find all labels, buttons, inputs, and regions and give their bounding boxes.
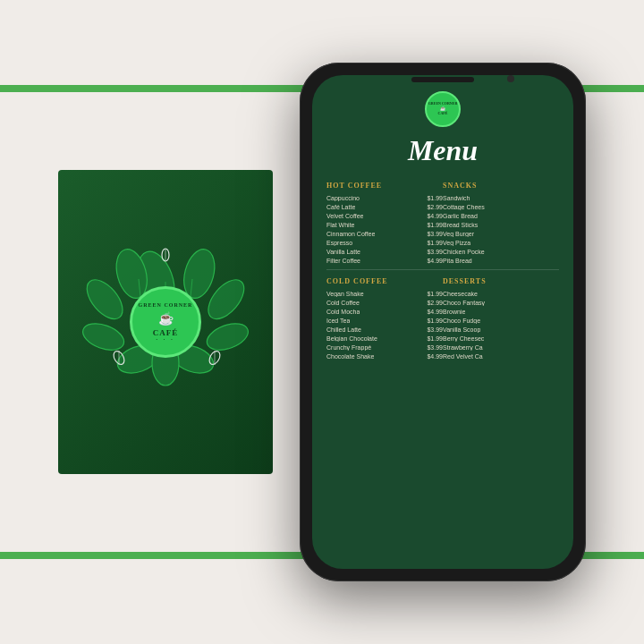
item-name: Choco Fudge (443, 318, 480, 324)
phone-wrapper: GREEN CORNER ☕ CAFÉ Menu HOT COFFEE Capp… (300, 63, 586, 581)
phone-frame: GREEN CORNER ☕ CAFÉ Menu HOT COFFEE Capp… (300, 63, 586, 581)
list-item: Sandwich (443, 195, 559, 201)
item-price: $3.99 (427, 249, 443, 255)
item-price: $1.99 (427, 222, 443, 228)
list-item: Pita Bread (443, 258, 559, 264)
item-name: Cottage Chees (443, 204, 485, 210)
list-item: Red Velvet Ca (443, 353, 559, 360)
list-item: Cold Mocha $4.99 (326, 309, 443, 315)
item-name: Cold Mocha (326, 309, 360, 315)
item-name: Cold Coffee (326, 300, 360, 306)
phone-screen: GREEN CORNER ☕ CAFÉ Menu HOT COFFEE Capp… (312, 75, 573, 569)
list-item: Cold Coffee $2.99 (326, 300, 443, 306)
list-item: Filter Coffee $4.99 (326, 258, 443, 264)
item-name: Chilled Latte (326, 326, 361, 333)
menu-content: HOT COFFEE Cappuccino $1.99 Café Latte $… (312, 174, 573, 569)
item-name: Velvet Coffee (326, 213, 364, 219)
item-name: Iced Tea (326, 318, 350, 324)
svg-point-6 (80, 318, 128, 355)
item-price: $1.99 (427, 318, 443, 324)
item-name: Cheesecake (443, 291, 478, 297)
item-name: Pita Bread (443, 258, 472, 264)
menu-title: Menu (312, 131, 573, 174)
item-name: Chocolate Shake (326, 353, 374, 360)
main-content: GREEN CORNER ☕ CAFÉ • • • GREEN CORNER ☕… (18, 63, 626, 581)
list-item: Vanilla Latte $3.99 (326, 249, 443, 255)
phone-notch (411, 77, 474, 82)
item-name: Cappuccino (326, 195, 360, 201)
item-name: Vanilla Scoop (443, 326, 480, 333)
list-item: Flat White $1.99 (326, 222, 443, 228)
list-item: Strawberry Ca (443, 344, 559, 351)
logo-dots: • • • (156, 337, 174, 342)
list-item: Vegan Shake $1.99 (326, 291, 443, 297)
list-item: Cottage Chees (443, 204, 559, 210)
item-name: Choco Fantasy (443, 300, 485, 306)
item-price: $4.99 (427, 309, 443, 315)
logo-text-green: GREEN CORNER (139, 302, 193, 309)
list-item: Crunchy Frappé $3.99 (326, 344, 443, 351)
item-price: $1.99 (427, 240, 443, 246)
list-item: Vanilla Scoop (443, 326, 559, 333)
item-name: Belgian Chocolate (326, 335, 377, 342)
item-name: Bread Sticks (443, 222, 478, 228)
list-item: Choco Fantasy (443, 300, 559, 306)
item-name: Vegan Shake (326, 291, 364, 297)
logo-circle: GREEN CORNER ☕ CAFÉ • • • (130, 286, 201, 358)
list-item: Cheesecake (443, 291, 559, 297)
list-item: Cinnamon Coffee $3.99 (326, 231, 443, 237)
divider (443, 269, 559, 270)
left-card: GREEN CORNER ☕ CAFÉ • • • (58, 170, 273, 474)
item-name: Chicken Pocke (443, 249, 485, 255)
item-price: $1.99 (427, 291, 443, 297)
item-name: Crunchy Frappé (326, 344, 371, 351)
item-price: $1.99 (427, 195, 443, 201)
list-item: Velvet Coffee $4.99 (326, 213, 443, 219)
cup-icon: ☕ (158, 311, 174, 326)
item-name: Berry Cheesec (443, 335, 484, 342)
item-name: Veg Pizza (443, 240, 470, 246)
list-item: Berry Cheesec (443, 335, 559, 342)
list-item: Garlic Bread (443, 213, 559, 219)
list-item: Veg Burger (443, 231, 559, 237)
list-item: Café Latte $2.99 (326, 204, 443, 210)
logo-cafe: CAFÉ (153, 328, 179, 337)
item-price: $4.99 (427, 258, 443, 264)
list-item: Iced Tea $1.99 (326, 318, 443, 324)
item-name: Filter Coffee (326, 258, 360, 264)
hot-coffee-items: Cappuccino $1.99 Café Latte $2.99 Velvet… (326, 195, 443, 264)
item-name: Garlic Bread (443, 213, 478, 219)
item-name: Cinnamon Coffee (326, 231, 375, 237)
list-item: Bread Sticks (443, 222, 559, 228)
item-price: $2.99 (427, 300, 443, 306)
item-price: $3.99 (427, 326, 443, 333)
cold-coffee-items: Vegan Shake $1.99 Cold Coffee $2.99 Cold… (326, 291, 443, 360)
list-item: Brownie (443, 309, 559, 315)
item-price: $3.99 (427, 344, 443, 351)
hot-coffee-title: HOT COFFEE (326, 182, 443, 190)
svg-point-5 (203, 318, 251, 355)
list-item: Veg Pizza (443, 240, 559, 246)
list-item: Cappuccino $1.99 (326, 195, 443, 201)
list-item: Chocolate Shake $4.99 (326, 353, 443, 360)
item-name: Espresso (326, 240, 352, 246)
item-price: $3.99 (427, 231, 443, 237)
item-price: $4.99 (427, 353, 443, 360)
menu-left-column: HOT COFFEE Cappuccino $1.99 Café Latte $… (326, 174, 443, 569)
list-item: Belgian Chocolate $1.99 (326, 335, 443, 342)
item-price: $4.99 (427, 213, 443, 219)
coffee-plant-art: GREEN CORNER ☕ CAFÉ • • • (76, 233, 255, 411)
list-item: Espresso $1.99 (326, 240, 443, 246)
divider (326, 269, 443, 270)
item-name: Strawberry Ca (443, 344, 483, 351)
screen-top-bar: GREEN CORNER ☕ CAFÉ (312, 75, 573, 131)
list-item: Choco Fudge (443, 318, 559, 324)
item-price: $1.99 (427, 335, 443, 342)
item-name: Veg Burger (443, 231, 474, 237)
item-name: Vanilla Latte (326, 249, 360, 255)
desserts-title: DESSERTS (443, 277, 559, 285)
desserts-items: Cheesecake Choco Fantasy Brownie Choco F… (443, 291, 559, 360)
item-name: Brownie (443, 309, 465, 315)
item-price: $2.99 (427, 204, 443, 210)
item-name: Café Latte (326, 204, 355, 210)
